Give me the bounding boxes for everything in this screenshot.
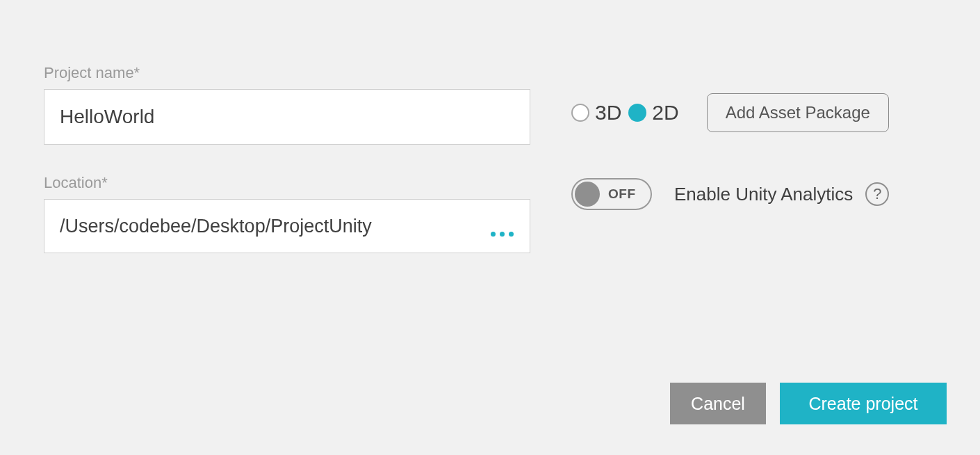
radio-3d-label: 3D	[595, 101, 621, 125]
analytics-toggle[interactable]: OFF	[571, 178, 652, 210]
location-browse-icon[interactable]	[491, 232, 514, 237]
radio-3d[interactable]	[571, 104, 589, 122]
project-name-label: Project name*	[44, 64, 530, 82]
project-name-input[interactable]	[44, 89, 530, 145]
help-icon[interactable]: ?	[865, 182, 889, 206]
analytics-row: OFF Enable Unity Analytics ?	[571, 178, 889, 210]
mode-row: 3D 2D Add Asset Package	[571, 93, 889, 132]
form-area: Project name* Location*	[44, 64, 530, 253]
location-field: Location*	[44, 174, 530, 253]
create-project-button[interactable]: Create project	[780, 383, 947, 424]
cancel-button[interactable]: Cancel	[670, 383, 766, 424]
location-input[interactable]	[44, 199, 530, 253]
radio-2d[interactable]	[628, 104, 646, 122]
footer-buttons: Cancel Create project	[670, 383, 947, 424]
toggle-knob-icon	[575, 182, 600, 207]
toggle-state-text: OFF	[608, 186, 636, 202]
location-label: Location*	[44, 174, 530, 192]
analytics-label: Enable Unity Analytics	[674, 184, 853, 205]
add-asset-package-button[interactable]: Add Asset Package	[707, 93, 889, 132]
radio-2d-label: 2D	[652, 101, 678, 125]
